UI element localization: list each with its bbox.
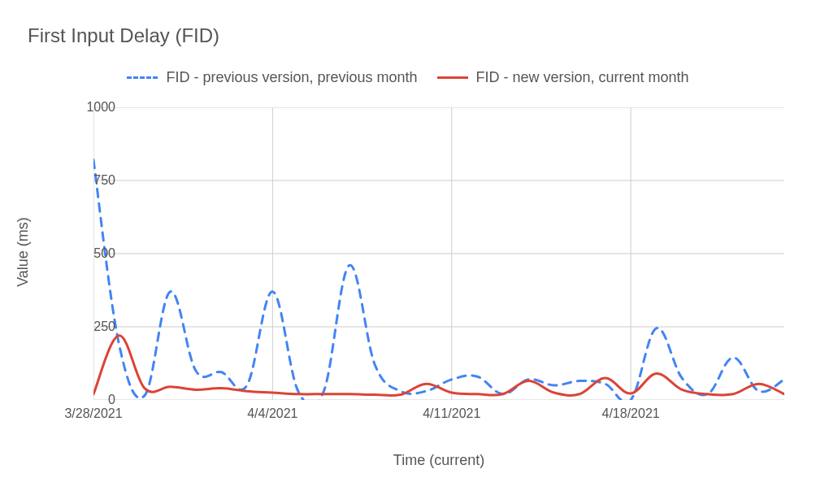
legend-swatch-dashed-icon <box>127 76 158 79</box>
legend-label-curr: FID - new version, current month <box>476 69 689 86</box>
chart-svg <box>93 107 784 400</box>
series-line-1 <box>93 336 784 396</box>
x-axis-label: Time (current) <box>393 452 484 469</box>
y-tick-label: 500 <box>93 246 115 261</box>
x-tick-label: 3/28/2021 <box>64 406 122 421</box>
y-tick-label: 250 <box>93 319 115 334</box>
y-tick-label: 0 <box>108 393 115 407</box>
chart-title: First Input Delay (FID) <box>28 24 219 47</box>
x-tick-label: 4/4/2021 <box>247 406 297 421</box>
legend-swatch-solid-icon <box>437 76 468 79</box>
x-tick-label: 4/11/2021 <box>423 406 480 421</box>
legend-label-prev: FID - previous version, previous month <box>166 69 417 86</box>
y-tick-label: 750 <box>93 173 115 188</box>
x-tick-label: 4/18/2021 <box>602 406 660 421</box>
legend-item-prev: FID - previous version, previous month <box>127 69 417 86</box>
legend: FID - previous version, previous month F… <box>0 69 816 86</box>
legend-item-curr: FID - new version, current month <box>437 69 689 86</box>
y-tick-label: 1000 <box>86 100 115 115</box>
chart-plot-area <box>93 107 784 400</box>
series-line-0 <box>93 160 784 400</box>
y-axis-label: Value (ms) <box>15 217 32 287</box>
